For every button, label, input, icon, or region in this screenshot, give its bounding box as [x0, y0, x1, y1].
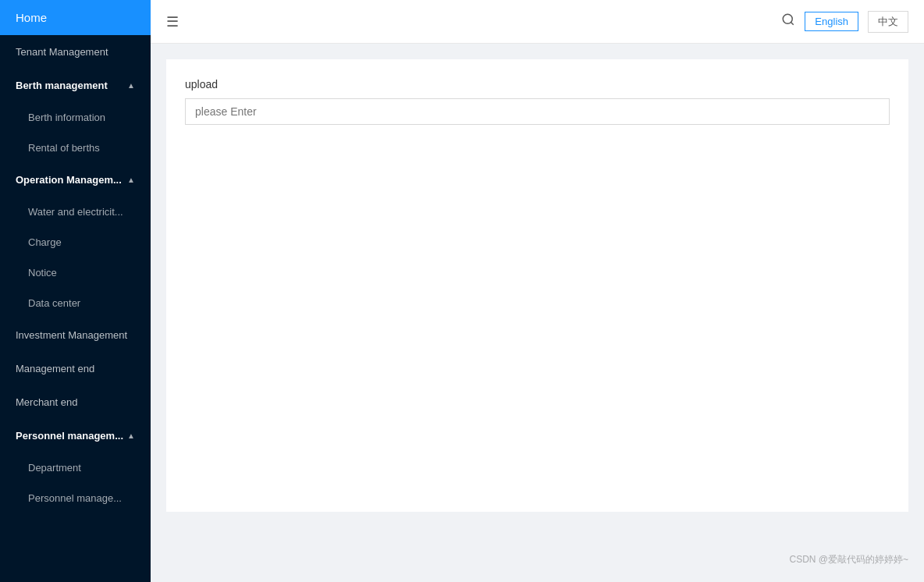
tenant-management-label: Tenant Management [16, 46, 108, 58]
topbar-left: ☰ [166, 13, 179, 30]
hamburger-icon[interactable]: ☰ [166, 13, 179, 30]
sidebar-item-water-electricity[interactable]: Water and electricit... [0, 197, 151, 227]
sidebar-item-home[interactable]: Home [0, 0, 151, 35]
sidebar-group-berth-management[interactable]: Berth management ▲ [0, 69, 151, 102]
sidebar-item-investment-management[interactable]: Investment Management [0, 318, 151, 352]
watermark: CSDN @爱敲代码的婷婷婷~ [789, 553, 908, 566]
upload-label: upload [185, 78, 890, 90]
chevron-up-icon-personnel: ▲ [127, 431, 135, 440]
sidebar-group-operation-management[interactable]: Operation Managem... ▲ [0, 163, 151, 197]
notice-label: Notice [28, 267, 57, 279]
sidebar-item-berth-information[interactable]: Berth information [0, 102, 151, 133]
rental-of-berths-label: Rental of berths [28, 142, 100, 154]
topbar: ☰ English 中文 [151, 0, 924, 44]
management-end-label: Management end [16, 363, 94, 374]
sidebar: Home Tenant Management Berth management … [0, 0, 151, 582]
chevron-up-icon: ▲ [127, 81, 135, 90]
svg-line-1 [791, 22, 794, 24]
sidebar-item-notice[interactable]: Notice [0, 257, 151, 288]
upload-input[interactable] [185, 98, 890, 125]
department-label: Department [28, 462, 81, 474]
sidebar-item-merchant-end[interactable]: Merchant end [0, 385, 151, 419]
chinese-button[interactable]: 中文 [868, 11, 908, 33]
sidebar-item-tenant-management[interactable]: Tenant Management [0, 35, 151, 69]
chevron-up-icon-op: ▲ [127, 176, 135, 184]
english-button[interactable]: English [805, 12, 858, 31]
investment-management-label: Investment Management [16, 329, 127, 341]
sidebar-item-management-end[interactable]: Management end [0, 352, 151, 385]
content-area: upload [151, 44, 924, 582]
sidebar-item-personnel-manage[interactable]: Personnel manage... [0, 483, 151, 513]
sidebar-item-rental-of-berths[interactable]: Rental of berths [0, 133, 151, 163]
berth-information-label: Berth information [28, 112, 105, 123]
home-label: Home [16, 11, 47, 24]
merchant-end-label: Merchant end [16, 396, 78, 408]
svg-point-0 [784, 14, 793, 23]
personnel-management-label: Personnel managem... [16, 430, 123, 442]
search-icon[interactable] [781, 12, 795, 30]
data-center-label: Data center [28, 297, 80, 309]
berth-management-label: Berth management [16, 80, 108, 91]
main-area: ☰ English 中文 upload [151, 0, 924, 582]
sidebar-item-department[interactable]: Department [0, 452, 151, 483]
charge-label: Charge [28, 236, 62, 248]
sidebar-item-data-center[interactable]: Data center [0, 288, 151, 318]
water-electricity-label: Water and electricit... [28, 206, 123, 218]
content-card: upload [166, 59, 908, 512]
sidebar-item-charge[interactable]: Charge [0, 227, 151, 257]
operation-management-label: Operation Managem... [16, 174, 122, 186]
topbar-right: English 中文 [781, 11, 908, 33]
personnel-manage-label: Personnel manage... [28, 492, 122, 504]
sidebar-group-personnel-management[interactable]: Personnel managem... ▲ [0, 419, 151, 452]
